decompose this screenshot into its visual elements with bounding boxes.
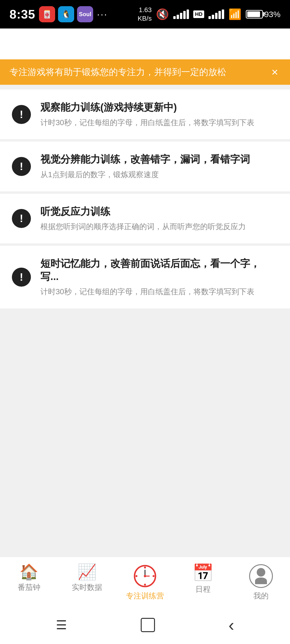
menu-button[interactable]: ☰ bbox=[46, 613, 77, 637]
nav-item-schedule[interactable]: 📅 日程 bbox=[174, 564, 232, 594]
nav-item-mine[interactable]: 我的 bbox=[232, 564, 290, 601]
game-card-1[interactable]: ! 观察能力训练(游戏持续更新中) 计时30秒，记住每组的字母，用白纸盖住后，将… bbox=[0, 90, 290, 139]
battery-percent: 93% bbox=[264, 10, 280, 19]
game-card-3[interactable]: ! 听觉反应力训练 根据您听到词的顺序选择正确的词，从而听声您的听觉反应力 bbox=[0, 194, 290, 244]
signal-icon bbox=[173, 10, 189, 19]
home-icon: 🏠 bbox=[20, 564, 39, 580]
nav-label-schedule: 日程 bbox=[195, 584, 211, 594]
home-system-icon bbox=[141, 618, 155, 632]
card-desc-2: 从1点到最后的数字，锻炼观察速度 bbox=[41, 169, 278, 180]
card-title-4: 短时记忆能力，改善前面说话后面忘，看一个字，写... bbox=[41, 257, 278, 283]
menu-icon: ☰ bbox=[56, 618, 67, 632]
alert-icon-2: ! bbox=[12, 157, 31, 176]
calendar-icon: 📅 bbox=[192, 564, 214, 581]
card-desc-4: 计时30秒，记住每组的字母，用白纸盖住后，将数字填写到下表 bbox=[41, 286, 278, 297]
person-icon bbox=[249, 564, 273, 588]
home-button[interactable] bbox=[131, 613, 164, 637]
nav-items: 🏠 番茄钟 📈 实时数据 bbox=[0, 557, 290, 606]
card-text-4: 短时记忆能力，改善前面说话后面忘，看一个字，写... 计时30秒，记住每组的字母… bbox=[41, 257, 278, 297]
nav-label-mine: 我的 bbox=[253, 591, 269, 601]
status-bar: 8:35 🀄 🐧 Soul ··· 1.63KB/s 🔇 HD 📶 93% bbox=[0, 0, 290, 28]
nav-label-focus: 专注训练营 bbox=[126, 591, 164, 601]
status-left: 8:35 🀄 🐧 Soul ··· bbox=[10, 6, 108, 22]
exclamation-icon-4: ! bbox=[20, 272, 23, 282]
network-speed: 1.63KB/s bbox=[138, 6, 152, 23]
status-time: 8:35 bbox=[10, 7, 35, 21]
mute-icon: 🔇 bbox=[156, 8, 169, 20]
wifi-icon: 📶 bbox=[228, 8, 241, 20]
card-title-1: 观察能力训练(游戏持续更新中) bbox=[41, 101, 278, 114]
card-desc-1: 计时30秒，记住每组的字母，用白纸盖住后，将数字填写到下表 bbox=[41, 117, 278, 128]
battery-fill bbox=[247, 12, 260, 17]
games-list: ! 观察能力训练(游戏持续更新中) 计时30秒，记住每组的字母，用白纸盖住后，将… bbox=[0, 87, 290, 311]
mahjong-icon: 🀄 bbox=[39, 6, 55, 22]
nav-item-focus-camp[interactable]: 专注训练营 bbox=[116, 564, 174, 601]
card-title-3: 听觉反应力训练 bbox=[41, 205, 278, 218]
game-card-2[interactable]: ! 视觉分辨能力训练，改善错字，漏词，看错字词 从1点到最后的数字，锻炼观察速度 bbox=[0, 142, 290, 191]
signal-icon-2 bbox=[208, 10, 224, 19]
person-head bbox=[257, 568, 265, 576]
nav-item-realtime[interactable]: 📈 实时数据 bbox=[58, 564, 116, 593]
back-button[interactable]: ‹ bbox=[219, 610, 244, 640]
clock-svg bbox=[133, 564, 157, 588]
card-text-1: 观察能力训练(游戏持续更新中) 计时30秒，记住每组的字母，用白纸盖住后，将数字… bbox=[41, 101, 278, 128]
nav-label-pomodoro: 番茄钟 bbox=[18, 582, 41, 593]
person-body bbox=[255, 578, 267, 584]
close-button[interactable]: × bbox=[269, 66, 280, 78]
alert-icon-4: ! bbox=[12, 268, 31, 286]
chart-icon: 📈 bbox=[78, 564, 97, 580]
yellow-banner: 专注游戏将有助于锻炼您的专注力，并得到一定的放松 × bbox=[0, 59, 290, 85]
nav-label-realtime: 实时数据 bbox=[72, 582, 102, 593]
alert-icon-3: ! bbox=[12, 209, 31, 228]
qq-icon: 🐧 bbox=[58, 6, 74, 22]
back-icon: ‹ bbox=[228, 615, 234, 635]
svg-point-10 bbox=[144, 584, 146, 586]
svg-point-9 bbox=[153, 575, 155, 577]
bottom-nav: 🏠 番茄钟 📈 实时数据 bbox=[0, 557, 290, 644]
hd-badge: HD bbox=[193, 10, 204, 18]
top-bar bbox=[0, 28, 290, 59]
banner-text: 专注游戏将有助于锻炼您的专注力，并得到一定的放松 bbox=[10, 66, 269, 78]
svg-point-7 bbox=[144, 575, 146, 577]
status-right: 1.63KB/s 🔇 HD 📶 93% bbox=[138, 6, 280, 23]
status-app-icons: 🀄 🐧 Soul bbox=[39, 6, 93, 22]
battery: 93% bbox=[246, 10, 280, 19]
card-text-2: 视觉分辨能力训练，改善错字，漏词，看错字词 从1点到最后的数字，锻炼观察速度 bbox=[41, 153, 278, 180]
soul-icon: Soul bbox=[77, 6, 93, 22]
exclamation-icon-2: ! bbox=[20, 161, 23, 172]
exclamation-icon: ! bbox=[20, 109, 23, 120]
focus-clock-icon bbox=[133, 564, 157, 588]
nav-item-pomodoro[interactable]: 🏠 番茄钟 bbox=[0, 564, 58, 593]
card-text-3: 听觉反应力训练 根据您听到词的顺序选择正确的词，从而听声您的听觉反应力 bbox=[41, 205, 278, 232]
svg-point-8 bbox=[144, 566, 146, 568]
battery-icon bbox=[246, 10, 263, 18]
exclamation-icon-3: ! bbox=[20, 213, 23, 224]
card-title-2: 视觉分辨能力训练，改善错字，漏词，看错字词 bbox=[41, 153, 278, 166]
svg-point-11 bbox=[136, 575, 137, 577]
more-dots: ··· bbox=[97, 9, 108, 20]
game-card-4[interactable]: ! 短时记忆能力，改善前面说话后面忘，看一个字，写... 计时30秒，记住每组的… bbox=[0, 246, 290, 308]
system-nav: ☰ ‹ bbox=[0, 606, 290, 644]
alert-icon-1: ! bbox=[12, 105, 31, 124]
main-content: 专注游戏将有助于锻炼您的专注力，并得到一定的放松 × ! 观察能力训练(游戏持续… bbox=[0, 59, 290, 620]
card-desc-3: 根据您听到词的顺序选择正确的词，从而听声您的听觉反应力 bbox=[41, 221, 278, 232]
